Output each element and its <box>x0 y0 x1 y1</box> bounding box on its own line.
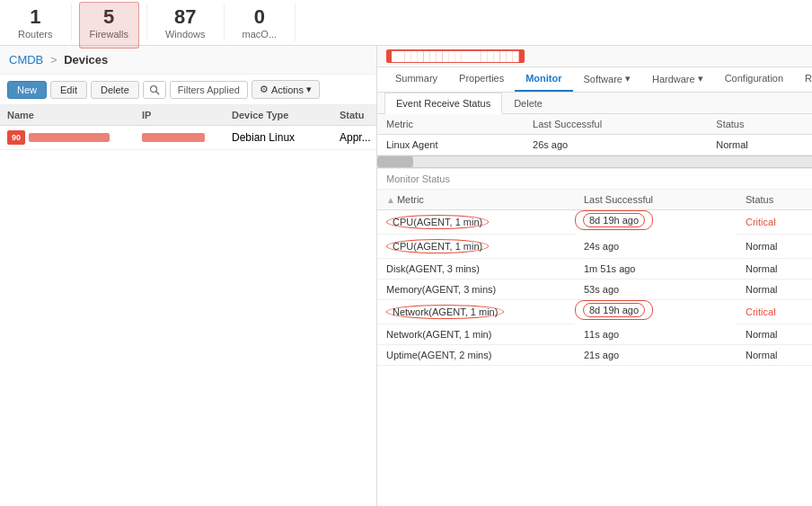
device-name-cell: 90 <box>7 130 142 145</box>
monitor-status-5: Normal <box>737 324 812 345</box>
monitor-status-6: Normal <box>737 345 812 366</box>
right-panel: ████████████████████ Summary Properties … <box>377 46 812 506</box>
monitor-row-2: Disk(AGENT, 3 mins)1m 51s agoNormal <box>377 259 812 280</box>
tab-properties[interactable]: Properties <box>448 67 515 92</box>
actions-dropdown[interactable]: ⚙ Actions ▾ <box>252 80 320 99</box>
event-last-successful: 26s ago <box>524 135 707 155</box>
monitor-metric-6: Uptime(AGENT, 2 mins) <box>377 345 575 366</box>
firewalls-count: 5 <box>103 5 114 29</box>
monitor-status-2: Normal <box>737 259 812 280</box>
device-name-redacted <box>29 133 110 142</box>
svg-point-0 <box>150 85 156 92</box>
macos-count: 0 <box>254 5 265 29</box>
routers-count: 1 <box>30 5 40 29</box>
event-row: Linux Agent 26s ago Normal <box>377 135 812 155</box>
search-icon-box[interactable] <box>143 81 166 99</box>
stat-macos: 0 macO... <box>225 4 296 41</box>
breadcrumb-root[interactable]: CMDB <box>9 53 43 67</box>
monitor-metric-4: Network(AGENT, 1 min) <box>377 300 575 324</box>
monitor-metric-5: Network(AGENT, 1 min) <box>377 324 575 345</box>
monitor-last-2: 1m 51s ago <box>575 259 737 280</box>
event-col-last-successful: Last Successful <box>524 114 707 135</box>
monitor-table: ▲ Metric Last Successful Status CPU(AGEN… <box>377 190 812 366</box>
sub-tab-delete[interactable]: Delete <box>502 93 554 113</box>
col-ip: IP <box>142 110 232 120</box>
main-layout: CMDB > Devices New Edit Delete Filters A… <box>0 46 812 506</box>
tab-configuration[interactable]: Configuration <box>714 67 794 92</box>
device-ip-cell <box>142 133 232 142</box>
monitor-status-section: Monitor Status ▲ Metric Last Successful <box>377 168 812 366</box>
tabs-row: Summary Properties Monitor Software ▾ Ha… <box>377 67 812 93</box>
breadcrumb: CMDB > Devices <box>0 46 376 75</box>
monitor-row-1: CPU(AGENT, 1 min)24s agoNormal <box>377 235 812 259</box>
monitor-status-1: Normal <box>737 235 812 259</box>
col-name: Name <box>7 110 142 120</box>
monitor-status-0: Critical <box>737 210 812 235</box>
event-status: Normal <box>707 135 812 155</box>
table-row[interactable]: 90 Debian Linux Appr... <box>0 126 376 150</box>
tab-software[interactable]: Software ▾ <box>573 67 641 92</box>
hardware-chevron-icon: ▾ <box>698 73 703 84</box>
stats-bar: 1 Routers 5 Firewalls 87 Windows 0 macO.… <box>0 0 812 46</box>
monitor-row-3: Memory(AGENT, 3 mins)53s agoNormal <box>377 280 812 300</box>
sub-tabs-row: Event Receive Status Delete <box>377 93 812 114</box>
monitor-row-6: Uptime(AGENT, 2 mins)21s agoNormal <box>377 345 812 366</box>
routers-label: Routers <box>18 29 53 40</box>
table-header: Name IP Device Type Statu <box>0 105 376 126</box>
scroll-area[interactable]: Metric Last Successful Status Linux Agen… <box>377 114 812 506</box>
edit-button[interactable]: Edit <box>50 81 87 99</box>
monitor-metric-1: CPU(AGENT, 1 min) <box>377 235 575 259</box>
monitor-status-header: Monitor Status <box>377 169 812 190</box>
device-badge: 90 <box>7 130 25 145</box>
event-table: Metric Last Successful Status Linux Agen… <box>377 114 812 155</box>
monitor-row-4: Network(AGENT, 1 min)8d 19h agoCritical <box>377 300 812 324</box>
macos-label: macO... <box>243 29 278 40</box>
svg-line-1 <box>155 91 159 94</box>
monitor-status-3: Normal <box>737 280 812 300</box>
breadcrumb-current: Devices <box>64 53 108 67</box>
monitor-row-0: CPU(AGENT, 1 min)8d 19h agoCritical <box>377 210 812 235</box>
gear-icon: ⚙ <box>260 84 269 95</box>
device-status: Appr... <box>340 131 371 144</box>
windows-count: 87 <box>174 5 196 29</box>
software-chevron-icon: ▾ <box>625 73 631 84</box>
monitor-last-4: 8d 19h ago <box>575 300 653 320</box>
toolbar: New Edit Delete Filters Applied ⚙ Action… <box>0 75 376 105</box>
stat-windows: 87 Windows <box>147 4 225 41</box>
windows-label: Windows <box>165 29 206 40</box>
event-col-status: Status <box>707 114 812 135</box>
event-col-metric: Metric <box>377 114 524 135</box>
monitor-row-5: Network(AGENT, 1 min)11s agoNormal <box>377 324 812 345</box>
monitor-last-0: 8d 19h ago <box>575 210 653 230</box>
search-icon <box>149 84 160 95</box>
firewalls-label: Firewalls <box>90 29 128 40</box>
stat-routers: 1 Routers <box>0 4 72 41</box>
tab-summary[interactable]: Summary <box>384 67 448 92</box>
monitor-col-metric: ▲ Metric <box>377 190 575 210</box>
sort-icon: ▲ <box>386 195 395 205</box>
horizontal-scrollbar[interactable] <box>377 155 812 168</box>
monitor-metric-3: Memory(AGENT, 3 mins) <box>377 280 575 300</box>
monitor-metric-2: Disk(AGENT, 3 mins) <box>377 259 575 280</box>
device-type: Debian Linux <box>232 131 340 144</box>
tab-hardware[interactable]: Hardware ▾ <box>641 67 714 92</box>
device-ip-redacted <box>142 133 205 142</box>
filters-applied[interactable]: Filters Applied <box>170 81 248 99</box>
col-device-type: Device Type <box>232 110 340 120</box>
tab-monitor[interactable]: Monitor <box>515 67 572 92</box>
monitor-status-4: Critical <box>737 300 812 324</box>
monitor-metric-0: CPU(AGENT, 1 min) <box>377 210 575 235</box>
monitor-col-status: Status <box>737 190 812 210</box>
tab-relationships[interactable]: Relationships <box>794 67 812 92</box>
monitor-last-3: 53s ago <box>575 280 737 300</box>
monitor-last-5: 11s ago <box>575 324 737 345</box>
event-metric: Linux Agent <box>377 135 524 155</box>
monitor-col-last-successful: Last Successful <box>575 190 737 210</box>
stat-firewalls: 5 Firewalls <box>72 4 147 41</box>
new-button[interactable]: New <box>7 81 47 99</box>
right-header-bar: ████████████████████ <box>377 46 812 67</box>
delete-button[interactable]: Delete <box>91 81 139 99</box>
device-title-redacted: ████████████████████ <box>386 49 525 63</box>
sub-tab-event-receive[interactable]: Event Receive Status <box>384 93 502 114</box>
monitor-last-1: 24s ago <box>575 235 737 259</box>
